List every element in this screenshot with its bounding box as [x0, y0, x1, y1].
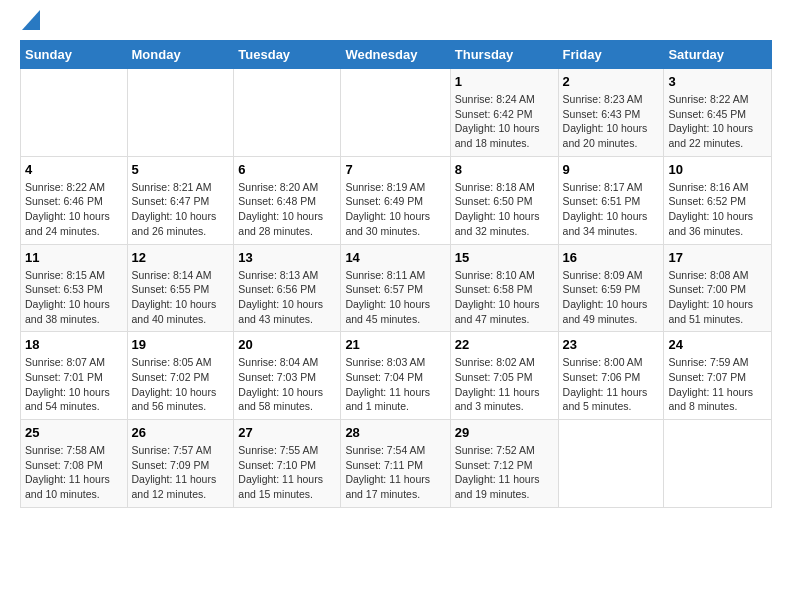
day-number: 9 [563, 162, 660, 177]
calendar-table: SundayMondayTuesdayWednesdayThursdayFrid… [20, 40, 772, 508]
calendar-cell: 19Sunrise: 8:05 AMSunset: 7:02 PMDayligh… [127, 332, 234, 420]
day-info: Sunrise: 8:20 AMSunset: 6:48 PMDaylight:… [238, 180, 336, 239]
day-number: 23 [563, 337, 660, 352]
calendar-week-5: 25Sunrise: 7:58 AMSunset: 7:08 PMDayligh… [21, 420, 772, 508]
weekday-header-saturday: Saturday [664, 41, 772, 69]
day-number: 6 [238, 162, 336, 177]
day-info: Sunrise: 8:19 AMSunset: 6:49 PMDaylight:… [345, 180, 445, 239]
day-number: 16 [563, 250, 660, 265]
day-number: 24 [668, 337, 767, 352]
day-info: Sunrise: 7:55 AMSunset: 7:10 PMDaylight:… [238, 443, 336, 502]
weekday-header-monday: Monday [127, 41, 234, 69]
day-number: 29 [455, 425, 554, 440]
day-info: Sunrise: 8:05 AMSunset: 7:02 PMDaylight:… [132, 355, 230, 414]
calendar-cell [21, 69, 128, 157]
calendar-body: 1Sunrise: 8:24 AMSunset: 6:42 PMDaylight… [21, 69, 772, 508]
logo-arrow-icon [22, 10, 40, 30]
day-info: Sunrise: 8:15 AMSunset: 6:53 PMDaylight:… [25, 268, 123, 327]
calendar-week-4: 18Sunrise: 8:07 AMSunset: 7:01 PMDayligh… [21, 332, 772, 420]
svg-marker-0 [22, 10, 40, 30]
day-info: Sunrise: 7:57 AMSunset: 7:09 PMDaylight:… [132, 443, 230, 502]
day-number: 13 [238, 250, 336, 265]
calendar-cell: 2Sunrise: 8:23 AMSunset: 6:43 PMDaylight… [558, 69, 664, 157]
weekday-header-thursday: Thursday [450, 41, 558, 69]
day-number: 11 [25, 250, 123, 265]
calendar-cell [664, 420, 772, 508]
day-info: Sunrise: 8:22 AMSunset: 6:45 PMDaylight:… [668, 92, 767, 151]
day-number: 7 [345, 162, 445, 177]
calendar-cell: 11Sunrise: 8:15 AMSunset: 6:53 PMDayligh… [21, 244, 128, 332]
day-info: Sunrise: 8:08 AMSunset: 7:00 PMDaylight:… [668, 268, 767, 327]
calendar-cell: 20Sunrise: 8:04 AMSunset: 7:03 PMDayligh… [234, 332, 341, 420]
calendar-cell: 17Sunrise: 8:08 AMSunset: 7:00 PMDayligh… [664, 244, 772, 332]
day-info: Sunrise: 7:58 AMSunset: 7:08 PMDaylight:… [25, 443, 123, 502]
calendar-cell [127, 69, 234, 157]
day-number: 20 [238, 337, 336, 352]
day-number: 2 [563, 74, 660, 89]
day-number: 1 [455, 74, 554, 89]
calendar-cell: 28Sunrise: 7:54 AMSunset: 7:11 PMDayligh… [341, 420, 450, 508]
calendar-cell: 7Sunrise: 8:19 AMSunset: 6:49 PMDaylight… [341, 156, 450, 244]
day-number: 21 [345, 337, 445, 352]
calendar-week-1: 1Sunrise: 8:24 AMSunset: 6:42 PMDaylight… [21, 69, 772, 157]
weekday-header-sunday: Sunday [21, 41, 128, 69]
day-number: 22 [455, 337, 554, 352]
calendar-cell: 13Sunrise: 8:13 AMSunset: 6:56 PMDayligh… [234, 244, 341, 332]
calendar-header: SundayMondayTuesdayWednesdayThursdayFrid… [21, 41, 772, 69]
calendar-cell: 26Sunrise: 7:57 AMSunset: 7:09 PMDayligh… [127, 420, 234, 508]
day-number: 18 [25, 337, 123, 352]
day-number: 14 [345, 250, 445, 265]
day-number: 5 [132, 162, 230, 177]
day-number: 25 [25, 425, 123, 440]
calendar-cell: 25Sunrise: 7:58 AMSunset: 7:08 PMDayligh… [21, 420, 128, 508]
calendar-cell [341, 69, 450, 157]
day-info: Sunrise: 8:00 AMSunset: 7:06 PMDaylight:… [563, 355, 660, 414]
calendar-cell: 14Sunrise: 8:11 AMSunset: 6:57 PMDayligh… [341, 244, 450, 332]
calendar-cell: 6Sunrise: 8:20 AMSunset: 6:48 PMDaylight… [234, 156, 341, 244]
calendar-cell [234, 69, 341, 157]
calendar-cell: 18Sunrise: 8:07 AMSunset: 7:01 PMDayligh… [21, 332, 128, 420]
day-info: Sunrise: 8:14 AMSunset: 6:55 PMDaylight:… [132, 268, 230, 327]
calendar-cell: 27Sunrise: 7:55 AMSunset: 7:10 PMDayligh… [234, 420, 341, 508]
logo [20, 20, 40, 30]
day-number: 8 [455, 162, 554, 177]
day-info: Sunrise: 8:11 AMSunset: 6:57 PMDaylight:… [345, 268, 445, 327]
day-number: 4 [25, 162, 123, 177]
day-number: 28 [345, 425, 445, 440]
day-info: Sunrise: 8:07 AMSunset: 7:01 PMDaylight:… [25, 355, 123, 414]
day-info: Sunrise: 8:04 AMSunset: 7:03 PMDaylight:… [238, 355, 336, 414]
calendar-cell: 1Sunrise: 8:24 AMSunset: 6:42 PMDaylight… [450, 69, 558, 157]
weekday-header-wednesday: Wednesday [341, 41, 450, 69]
calendar-week-3: 11Sunrise: 8:15 AMSunset: 6:53 PMDayligh… [21, 244, 772, 332]
calendar-cell: 12Sunrise: 8:14 AMSunset: 6:55 PMDayligh… [127, 244, 234, 332]
calendar-cell: 3Sunrise: 8:22 AMSunset: 6:45 PMDaylight… [664, 69, 772, 157]
day-number: 26 [132, 425, 230, 440]
weekday-header-friday: Friday [558, 41, 664, 69]
calendar-cell: 24Sunrise: 7:59 AMSunset: 7:07 PMDayligh… [664, 332, 772, 420]
calendar-cell: 4Sunrise: 8:22 AMSunset: 6:46 PMDaylight… [21, 156, 128, 244]
calendar-week-2: 4Sunrise: 8:22 AMSunset: 6:46 PMDaylight… [21, 156, 772, 244]
calendar-cell: 15Sunrise: 8:10 AMSunset: 6:58 PMDayligh… [450, 244, 558, 332]
day-info: Sunrise: 7:52 AMSunset: 7:12 PMDaylight:… [455, 443, 554, 502]
day-info: Sunrise: 8:21 AMSunset: 6:47 PMDaylight:… [132, 180, 230, 239]
day-number: 27 [238, 425, 336, 440]
calendar-cell: 9Sunrise: 8:17 AMSunset: 6:51 PMDaylight… [558, 156, 664, 244]
day-info: Sunrise: 7:54 AMSunset: 7:11 PMDaylight:… [345, 443, 445, 502]
day-info: Sunrise: 8:13 AMSunset: 6:56 PMDaylight:… [238, 268, 336, 327]
calendar-cell: 22Sunrise: 8:02 AMSunset: 7:05 PMDayligh… [450, 332, 558, 420]
calendar-cell: 10Sunrise: 8:16 AMSunset: 6:52 PMDayligh… [664, 156, 772, 244]
day-info: Sunrise: 8:18 AMSunset: 6:50 PMDaylight:… [455, 180, 554, 239]
day-info: Sunrise: 8:17 AMSunset: 6:51 PMDaylight:… [563, 180, 660, 239]
day-number: 10 [668, 162, 767, 177]
day-info: Sunrise: 8:16 AMSunset: 6:52 PMDaylight:… [668, 180, 767, 239]
day-info: Sunrise: 8:02 AMSunset: 7:05 PMDaylight:… [455, 355, 554, 414]
day-info: Sunrise: 8:03 AMSunset: 7:04 PMDaylight:… [345, 355, 445, 414]
day-info: Sunrise: 8:23 AMSunset: 6:43 PMDaylight:… [563, 92, 660, 151]
day-number: 19 [132, 337, 230, 352]
calendar-cell: 23Sunrise: 8:00 AMSunset: 7:06 PMDayligh… [558, 332, 664, 420]
day-number: 3 [668, 74, 767, 89]
day-info: Sunrise: 7:59 AMSunset: 7:07 PMDaylight:… [668, 355, 767, 414]
weekday-header-row: SundayMondayTuesdayWednesdayThursdayFrid… [21, 41, 772, 69]
day-number: 12 [132, 250, 230, 265]
calendar-cell: 8Sunrise: 8:18 AMSunset: 6:50 PMDaylight… [450, 156, 558, 244]
